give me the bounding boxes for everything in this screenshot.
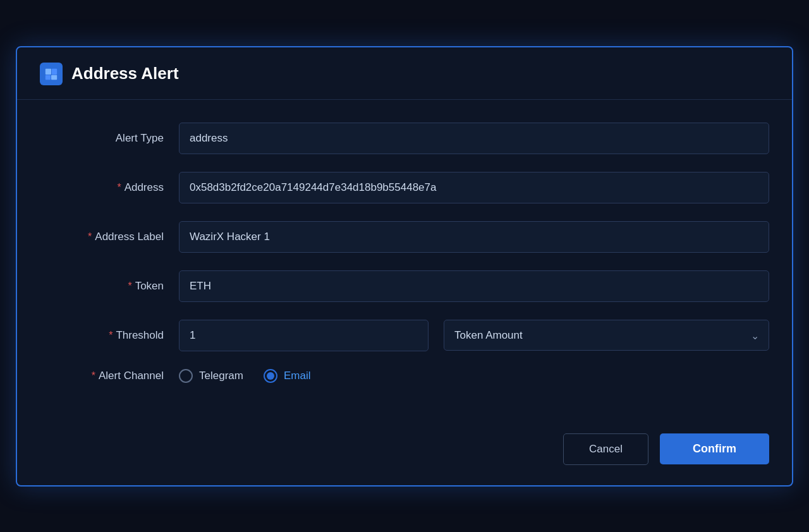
threshold-controls: Token AmountUSD Value ⌄ (179, 320, 769, 351)
token-input[interactable] (179, 270, 769, 302)
confirm-button[interactable]: Confirm (660, 433, 769, 464)
threshold-row: * Threshold Token AmountUSD Value ⌄ (40, 320, 769, 351)
address-label-row: * Address Label (40, 221, 769, 253)
token-required-star: * (128, 281, 131, 292)
threshold-unit-wrapper: Token AmountUSD Value ⌄ (444, 320, 769, 351)
address-label-required-star: * (88, 231, 92, 243)
threshold-label: * Threshold (40, 329, 179, 342)
email-radio-button[interactable] (264, 369, 277, 383)
channel-required-star: * (92, 370, 95, 382)
threshold-input[interactable] (179, 320, 429, 351)
alert-type-input[interactable] (179, 123, 769, 154)
token-row: * Token (40, 270, 769, 302)
token-label: * Token (40, 280, 179, 293)
address-input[interactable] (179, 172, 769, 203)
telegram-option[interactable]: Telegram (179, 369, 243, 383)
alert-type-row: Alert Type (40, 123, 769, 154)
dialog-title: Address Alert (71, 64, 179, 83)
address-alert-icon (40, 63, 63, 85)
address-label-field-label: * Address Label (40, 231, 179, 243)
alert-channel-row: * Alert Channel Telegram Email (40, 369, 769, 383)
svg-rect-1 (52, 68, 57, 74)
address-row: * Address (40, 172, 769, 203)
telegram-radio-button[interactable] (179, 369, 193, 383)
email-radio-label: Email (284, 370, 311, 382)
threshold-required-star: * (109, 330, 113, 341)
dialog-overlay: Address Alert Alert Type * Address * (0, 0, 809, 532)
alert-channel-label: * Alert Channel (40, 370, 179, 382)
dialog-footer: Cancel Confirm (17, 423, 792, 485)
svg-rect-0 (46, 68, 51, 74)
svg-rect-3 (51, 75, 57, 79)
address-required-star: * (117, 182, 121, 193)
svg-rect-2 (46, 75, 51, 79)
telegram-radio-label: Telegram (199, 370, 243, 382)
threshold-unit-select[interactable]: Token AmountUSD Value (444, 320, 769, 351)
email-radio-inner (267, 372, 274, 380)
cancel-button[interactable]: Cancel (563, 433, 648, 465)
radio-group: Telegram Email (179, 369, 769, 383)
email-option[interactable]: Email (264, 369, 311, 383)
dialog-body: Alert Type * Address * Address Label (17, 100, 792, 423)
address-label-input[interactable] (179, 221, 769, 253)
address-label: * Address (40, 181, 179, 194)
dialog-header: Address Alert (17, 47, 792, 100)
address-alert-dialog: Address Alert Alert Type * Address * (16, 46, 793, 487)
alert-type-label: Alert Type (40, 132, 179, 145)
